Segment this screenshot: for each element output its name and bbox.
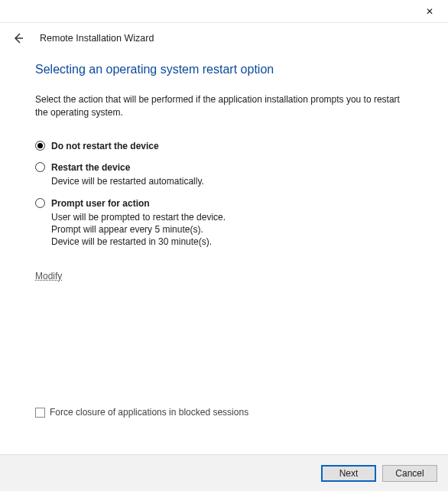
restart-options: Do not restart the device Restart the de… [0,119,448,249]
description-text: Select the action that will be performed… [0,76,448,119]
page-heading: Selecting an operating system restart op… [0,50,448,76]
back-button[interactable] [11,31,26,46]
option-sub: Device will be restarted automatically. [51,175,413,187]
force-closure-checkbox[interactable] [35,408,45,418]
radio-no-restart[interactable] [35,141,45,151]
modify-link[interactable]: Modify [35,271,62,281]
titlebar: ✕ [0,0,448,23]
radio-restart[interactable] [35,162,45,172]
radio-prompt[interactable] [35,198,45,208]
close-icon: ✕ [426,6,433,17]
arrow-left-icon [12,32,24,44]
header: Remote Installation Wizard [0,23,448,50]
option-label: Restart the device [51,162,130,173]
wizard-title: Remote Installation Wizard [40,33,154,44]
option-label: Do not restart the device [51,141,159,151]
cancel-button[interactable]: Cancel [382,465,437,482]
option-restart: Restart the device Device will be restar… [35,162,413,187]
option-prompt: Prompt user for action User will be prom… [35,198,413,249]
force-closure-row: Force closure of applications in blocked… [35,407,248,418]
option-label: Prompt user for action [51,198,150,209]
force-closure-label: Force closure of applications in blocked… [50,407,248,418]
option-no-restart: Do not restart the device [35,141,413,151]
footer: Next Cancel [0,454,448,491]
option-sub: User will be prompted to restart the dev… [51,211,413,249]
close-button[interactable]: ✕ [419,3,440,20]
next-button[interactable]: Next [321,465,376,482]
